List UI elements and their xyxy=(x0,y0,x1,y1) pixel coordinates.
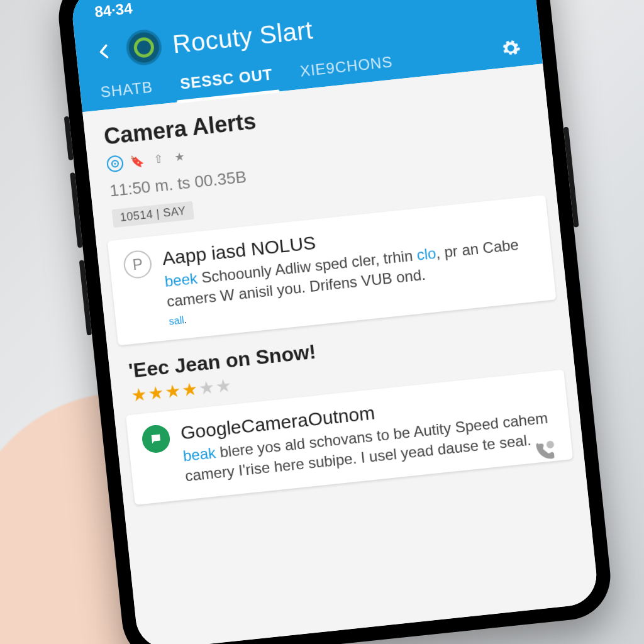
app-logo xyxy=(125,28,164,67)
card2-link-beak[interactable]: beak xyxy=(182,444,217,464)
back-button[interactable] xyxy=(93,40,116,63)
volume-mute-switch xyxy=(64,116,74,160)
parking-icon: P xyxy=(123,249,153,279)
power-button xyxy=(564,127,579,228)
settings-button[interactable] xyxy=(497,35,525,62)
card1-link-beek[interactable]: beek xyxy=(164,270,199,290)
app-title: Rocuty Slart xyxy=(171,16,314,58)
phone-frame: 84·34 Rocuty Sla xyxy=(55,0,615,644)
status-time: 84·34 xyxy=(94,0,133,21)
content-area: Camera Alerts 🔖 ⇧ ★ 11:50 m. ts 00.35B 1… xyxy=(82,64,599,644)
tab-shatb[interactable]: SHATB xyxy=(96,69,157,110)
phone-call-icon[interactable] xyxy=(532,439,557,467)
card1-link-clo[interactable]: clo xyxy=(416,245,436,264)
chat-icon xyxy=(141,424,171,454)
tag-icon: 🔖 xyxy=(129,153,145,169)
section-chip[interactable]: 10514 | SAY xyxy=(112,201,194,228)
card1-foot-link[interactable]: sall xyxy=(169,314,185,326)
star-icon: ★ xyxy=(171,148,187,165)
volume-down-button xyxy=(79,260,92,335)
upload-icon: ⇧ xyxy=(150,151,166,167)
target-icon xyxy=(106,155,125,173)
volume-up-button xyxy=(70,172,82,248)
svg-point-4 xyxy=(114,163,116,165)
svg-point-5 xyxy=(546,440,554,448)
screen: 84·34 Rocuty Sla xyxy=(70,0,599,644)
